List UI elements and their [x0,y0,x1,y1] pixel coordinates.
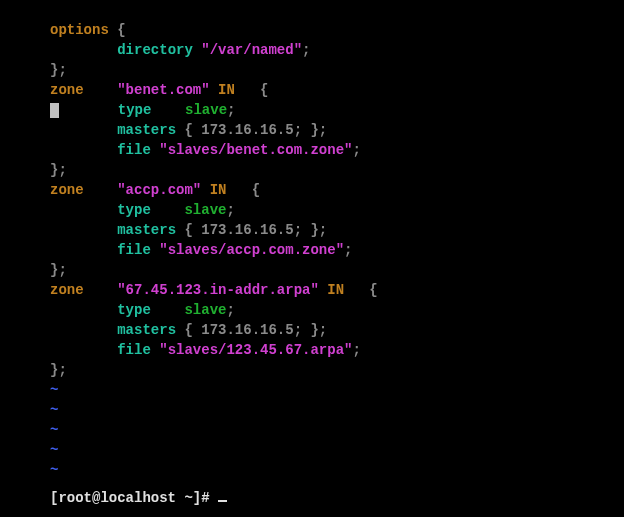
zone-name: "benet.com" [117,82,209,98]
keyword-zone: zone [50,282,84,298]
tilde-marker: ~ [50,422,58,438]
terminal-line: masters { 173.16.16.5; }; [50,220,624,240]
terminal-line: }; [50,60,624,80]
terminal-line: }; [50,360,624,380]
terminal-line: type slave; [50,200,624,220]
tilde-marker: ~ [50,402,58,418]
terminal[interactable]: options { directory "/var/named";};zone … [0,20,624,508]
string-literal: "/var/named" [201,42,302,58]
terminal-line: masters { 173.16.16.5; }; [50,120,624,140]
terminal-line: file "slaves/benet.com.zone"; [50,140,624,160]
keyword-directory: directory [117,42,193,58]
terminal-line: zone "benet.com" IN { [50,80,624,100]
tilde-marker: ~ [50,462,58,478]
keyword-zone: zone [50,82,84,98]
zone-name: "67.45.123.in-addr.arpa" [117,282,319,298]
terminal-line: ~ [50,380,624,400]
terminal-line: zone "67.45.123.in-addr.arpa" IN { [50,280,624,300]
terminal-line: type slave; [50,100,624,120]
keyword-zone: zone [50,182,84,198]
string-literal: "slaves/benet.com.zone" [159,142,352,158]
tilde-marker: ~ [50,442,58,458]
terminal-line: directory "/var/named"; [50,40,624,60]
string-literal: "slaves/123.45.67.arpa" [159,342,352,358]
terminal-line: file "slaves/accp.com.zone"; [50,240,624,260]
terminal-line: options { [50,20,624,40]
cursor-icon [50,103,59,118]
terminal-line: ~ [50,460,624,480]
zone-name: "accp.com" [117,182,201,198]
terminal-line: masters { 173.16.16.5; }; [50,320,624,340]
terminal-line: file "slaves/123.45.67.arpa"; [50,340,624,360]
shell-prompt-line[interactable]: [root@localhost ~]# [50,488,624,508]
tilde-marker: ~ [50,382,58,398]
terminal-line: }; [50,260,624,280]
terminal-line: type slave; [50,300,624,320]
shell-prompt: [root@localhost ~]# [50,490,218,506]
keyword-options: options [50,22,109,38]
terminal-line: ~ [50,400,624,420]
terminal-line: ~ [50,440,624,460]
terminal-line: ~ [50,420,624,440]
cursor-icon [218,500,227,502]
string-literal: "slaves/accp.com.zone" [159,242,344,258]
terminal-line: zone "accp.com" IN { [50,180,624,200]
terminal-line: }; [50,160,624,180]
